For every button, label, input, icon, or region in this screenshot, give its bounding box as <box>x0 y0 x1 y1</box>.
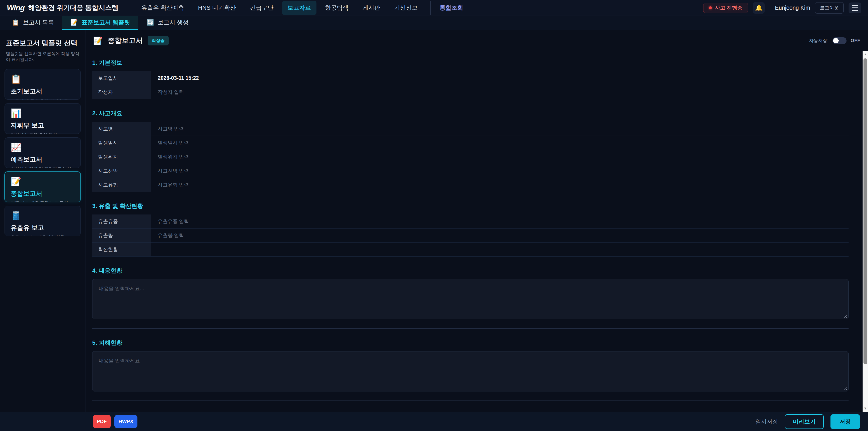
template-icon: 📝 <box>11 177 74 186</box>
report-form: 1. 기본정보보고일시2026-03-11 15:22작성자작성자 입력2. 사… <box>86 51 863 412</box>
table-row: 보고일시2026-03-11 15:22 <box>92 71 848 85</box>
table-row: 사고명사고명 입력 <box>92 122 848 136</box>
field-label: 사고유형 <box>92 178 151 192</box>
nav-item[interactable]: 보고자료 <box>282 1 316 15</box>
nav-item[interactable]: 항공탐색 <box>320 1 354 15</box>
field-label: 발생일시 <box>92 136 151 150</box>
top-bar: Wing 해양환경 위기대응 통합시스템 유출유 확산예측HNS·대기확산긴급구… <box>0 0 868 16</box>
incident-status-badge[interactable]: 사고 진행중 <box>703 3 748 13</box>
table-row: 사고유형사고유형 입력 <box>92 178 848 192</box>
report-title: 종합보고서 <box>107 36 143 45</box>
nav-item[interactable]: 긴급구난 <box>245 1 279 15</box>
template-list: 📋초기보고서사고 발생 직후 초기 상황 보고📊지휘부 보고지휘부 보고용 요약… <box>4 69 81 236</box>
section-divider <box>92 400 848 401</box>
template-card[interactable]: 📈예측보고서확산예측 결과 및 민감자원 분석 <box>4 137 81 168</box>
table-row: 사고선박사고선박 입력 <box>92 164 848 178</box>
report-header: 📝 종합보고서 작성중 자동저장: OFF <box>86 30 868 51</box>
section-heading: 3. 유출 및 확산현황 <box>92 202 848 210</box>
field-value[interactable]: 사고선박 입력 <box>151 164 848 178</box>
field-label: 발생위치 <box>92 150 151 164</box>
section-heading: 2. 사고개요 <box>92 110 848 117</box>
section-textarea[interactable] <box>92 351 848 392</box>
tab-bar: 📋보고서 목록📝표준보고서 템플릿🔄보고서 생성 <box>0 16 868 30</box>
nav-item[interactable]: 통합조회 <box>430 1 469 15</box>
template-card[interactable]: 📝종합보고서전체 사고 대응 종합 보고 문서 <box>4 172 81 202</box>
report-form-scroll-area: 1. 기본정보보고일시2026-03-11 15:22작성자작성자 입력2. 사… <box>86 51 868 412</box>
field-value[interactable] <box>151 243 848 256</box>
textarea-wrap <box>92 351 848 392</box>
tab-보고서 목록[interactable]: 📋보고서 목록 <box>4 16 62 30</box>
tab-icon: 📋 <box>12 19 20 26</box>
tab-표준보고서 템플릿[interactable]: 📝표준보고서 템플릿 <box>62 16 138 30</box>
report-doc-icon: 📝 <box>93 36 103 45</box>
form-table: 사고명사고명 입력발생일시발생일시 입력발생위치발생위치 입력사고선박사고선박 … <box>92 122 848 192</box>
tab-보고서 생성[interactable]: 🔄보고서 생성 <box>138 16 197 30</box>
footer-right: 임시저장 미리보기 저장 <box>755 414 860 429</box>
user-name: Eunjeong Kim <box>775 4 810 11</box>
hamburger-icon <box>852 5 858 6</box>
export-group: PDFHWPX <box>93 415 137 428</box>
hamburger-menu-button[interactable] <box>848 2 861 13</box>
field-label: 유출량 <box>92 228 151 242</box>
scrollbar-up-arrow-icon[interactable]: ▲ <box>864 51 867 57</box>
topbar-divider <box>127 4 127 12</box>
field-value[interactable]: 발생일시 입력 <box>151 136 848 150</box>
hamburger-icon <box>852 10 858 11</box>
top-nav: 유출유 확산예측HNS·대기확산긴급구난보고자료항공탐색게시판기상정보통합조회 <box>136 1 703 15</box>
hamburger-icon <box>852 7 858 8</box>
table-row: 작성자작성자 입력 <box>92 85 848 99</box>
tab-label: 보고서 목록 <box>23 19 54 26</box>
sidebar-subtitle: 템플릿을 선택하면 오른쪽에 작성 양식이 표시됩니다. <box>4 51 81 62</box>
template-icon: 🛢️ <box>11 211 74 220</box>
template-icon: 📊 <box>11 109 74 118</box>
field-value[interactable]: 사고유형 입력 <box>151 178 848 192</box>
field-label: 사고선박 <box>92 164 151 178</box>
field-label: 작성자 <box>92 85 151 99</box>
footer-action-bar: PDFHWPX 임시저장 미리보기 저장 <box>0 412 868 431</box>
export-pdf-button[interactable]: PDF <box>93 415 111 428</box>
field-value[interactable]: 작성자 입력 <box>151 85 848 99</box>
export-hwpx-button[interactable]: HWPX <box>114 415 137 428</box>
field-value[interactable]: 사고명 입력 <box>151 122 848 135</box>
temp-save-button[interactable]: 임시저장 <box>755 418 778 425</box>
status-badge: 작성중 <box>148 36 168 45</box>
template-card[interactable]: 🛢️유출유 보고유류오염사고 대응지원 상황도 <box>4 206 81 236</box>
sidebar-title: 표준보고서 템플릿 선택 <box>4 38 81 48</box>
nav-item[interactable]: 게시판 <box>357 1 385 15</box>
template-title: 종합보고서 <box>11 189 74 198</box>
nav-item[interactable]: 유출유 확산예측 <box>136 1 189 15</box>
field-value[interactable]: 유출유종 입력 <box>151 214 848 228</box>
field-value[interactable]: 유출량 입력 <box>151 228 848 242</box>
field-label: 보고일시 <box>92 71 151 85</box>
tab-icon: 🔄 <box>147 19 154 26</box>
save-button[interactable]: 저장 <box>831 414 860 429</box>
field-value[interactable]: 2026-03-11 15:22 <box>151 71 848 85</box>
vertical-scrollbar[interactable]: ▲ ▼ <box>863 51 868 412</box>
field-label: 유출유종 <box>92 214 151 228</box>
nav-item[interactable]: 기상정보 <box>389 1 423 15</box>
preview-button[interactable]: 미리보기 <box>785 414 824 429</box>
template-card[interactable]: 📋초기보고서사고 발생 직후 초기 상황 보고 <box>4 69 81 100</box>
autosave-toggle[interactable] <box>833 37 846 44</box>
section-textarea[interactable] <box>92 279 848 319</box>
field-value[interactable]: 발생위치 입력 <box>151 150 848 164</box>
template-icon: 📈 <box>11 143 74 152</box>
template-title: 유출유 보고 <box>11 223 74 232</box>
logout-button[interactable]: 로그아웃 <box>815 2 844 13</box>
incident-badge-label: 사고 진행중 <box>715 4 742 11</box>
template-desc: 전체 사고 대응 종합 보고 문서 <box>11 200 74 202</box>
scrollbar-down-arrow-icon[interactable]: ▼ <box>864 405 867 411</box>
scrollbar-thumb[interactable] <box>864 58 867 364</box>
autosave-group: 자동저장: OFF <box>809 37 860 44</box>
textarea-wrap <box>92 279 848 319</box>
brand-title: 해양환경 위기대응 통합시스템 <box>28 3 119 12</box>
bell-icon: 🔔 <box>755 4 763 11</box>
nav-item[interactable]: HNS·대기확산 <box>193 1 241 15</box>
section-heading: 1. 기본정보 <box>92 59 848 67</box>
notifications-button[interactable]: 🔔 <box>753 2 765 14</box>
table-row: 발생위치발생위치 입력 <box>92 150 848 164</box>
template-desc: 지휘부 보고용 요약 문서 <box>11 132 74 134</box>
form-table: 유출유종유출유종 입력유출량유출량 입력확산현황 <box>92 214 848 256</box>
table-row: 발생일시발생일시 입력 <box>92 136 848 150</box>
template-card[interactable]: 📊지휘부 보고지휘부 보고용 요약 문서 <box>4 103 81 134</box>
